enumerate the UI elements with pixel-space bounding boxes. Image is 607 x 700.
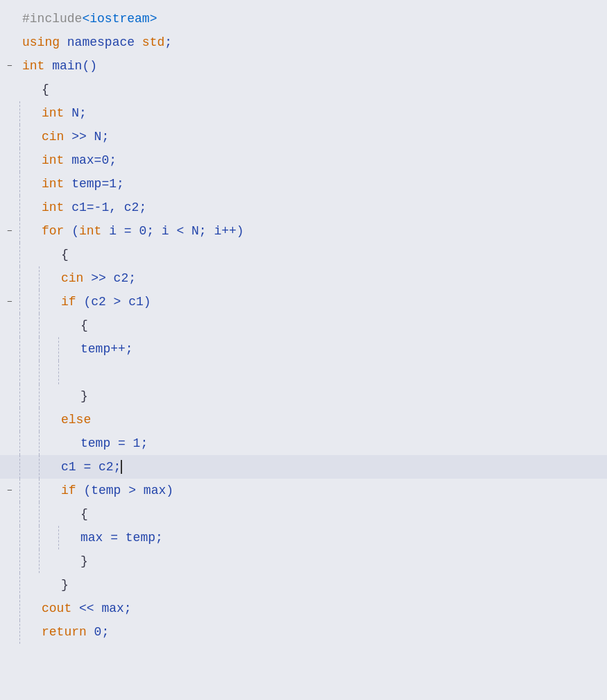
line-content-22[interactable]: { [78, 502, 607, 526]
code-line-6: cin >> N; [0, 125, 607, 148]
gutter-19 [0, 432, 19, 455]
ig [39, 314, 58, 337]
line-content-7[interactable]: int max=0; [39, 148, 607, 172]
collapse-btn-13[interactable]: − [7, 297, 12, 307]
line-content-10[interactable]: for (int i = 0; i < N; i++) [39, 219, 607, 243]
ig [19, 408, 39, 432]
token: int [42, 103, 64, 123]
token: } [61, 575, 69, 595]
token: if [61, 481, 76, 500]
indent-guides-13 [19, 290, 58, 314]
token: c1=-1, c2; [64, 198, 146, 217]
line-content-17[interactable]: } [78, 384, 607, 408]
ig [39, 502, 58, 526]
gutter-25 [0, 573, 19, 597]
code-line-7: int max=0; [0, 148, 607, 172]
ig [19, 597, 39, 620]
token: int [42, 174, 64, 194]
indent-guides-5 [19, 101, 39, 125]
indent-guides-24 [19, 549, 78, 573]
line-content-27[interactable]: return 0; [39, 620, 607, 644]
gutter-11 [0, 243, 19, 266]
token: for [42, 221, 64, 241]
code-line-17: } [0, 384, 607, 408]
ig [39, 573, 58, 597]
line-content-21[interactable]: if (temp > max) [58, 479, 607, 502]
line-content-4[interactable]: { [39, 78, 607, 101]
token: return [42, 622, 87, 642]
code-line-24: } [0, 549, 607, 573]
token: if [61, 292, 76, 311]
ig [19, 243, 39, 266]
text-cursor [121, 460, 122, 474]
gutter-2 [0, 31, 19, 54]
ig [19, 125, 39, 148]
code-line-25: } [0, 573, 607, 597]
code-line-3: − int main() [0, 54, 607, 78]
line-content-25[interactable]: } [58, 573, 607, 597]
gutter-7 [0, 148, 19, 172]
token: else [61, 410, 91, 429]
ig [58, 337, 78, 361]
line-content-11[interactable]: { [58, 243, 607, 266]
collapse-btn-21[interactable]: − [7, 486, 12, 496]
line-content-5[interactable]: int N; [39, 101, 607, 125]
ig [39, 337, 58, 361]
token: 0; [87, 622, 109, 642]
line-content-18[interactable]: else [58, 408, 607, 432]
token: } [80, 386, 88, 406]
ig [58, 432, 78, 455]
token: int [42, 151, 64, 170]
line-content-26[interactable]: cout << max; [39, 597, 607, 620]
gutter-3[interactable]: − [0, 54, 19, 78]
gutter-13[interactable]: − [0, 290, 19, 314]
ig [19, 196, 39, 219]
code-line-23: max = temp; [0, 526, 607, 549]
line-content-8[interactable]: int temp=1; [39, 172, 607, 196]
ig [19, 266, 39, 290]
token [80, 363, 88, 382]
token: using [22, 33, 60, 52]
gutter-9 [0, 196, 19, 219]
indent-guides-6 [19, 125, 39, 148]
token: <iostream> [82, 9, 157, 28]
code-line-21: − if (temp > max) [0, 479, 607, 502]
line-content-9[interactable]: int c1=-1, c2; [39, 196, 607, 219]
line-content-24[interactable]: } [78, 549, 607, 573]
line-content-14[interactable]: { [78, 314, 607, 337]
line-content-16[interactable] [78, 361, 607, 384]
ig [39, 266, 58, 290]
line-content-20[interactable]: c1 = c2; [58, 455, 607, 479]
code-line-20: c1 = c2; [0, 455, 607, 479]
collapse-btn-10[interactable]: − [7, 226, 12, 237]
line-content-13[interactable]: if (c2 > c1) [58, 290, 607, 314]
gutter-21[interactable]: − [0, 479, 19, 502]
code-line-9: int c1=-1, c2; [0, 196, 607, 219]
code-line-4: { [0, 78, 607, 101]
ig [39, 384, 58, 408]
gutter-4 [0, 78, 19, 101]
gutter-27 [0, 620, 19, 644]
line-content-3[interactable]: int main() [19, 54, 607, 78]
line-content-19[interactable]: temp = 1; [78, 432, 607, 455]
token: (c2 > c1) [76, 292, 151, 311]
indent-guides-12 [19, 266, 58, 290]
collapse-btn-3[interactable]: − [7, 61, 12, 71]
gutter-10[interactable]: − [0, 219, 19, 243]
line-content-2[interactable]: using namespace std; [19, 31, 607, 54]
line-content-15[interactable]: temp++; [78, 337, 607, 361]
line-content-6[interactable]: cin >> N; [39, 125, 607, 148]
token: temp++; [80, 339, 133, 359]
token: #include [22, 9, 82, 28]
token: main() [44, 56, 97, 76]
token: } [80, 552, 88, 571]
ig [39, 408, 58, 432]
line-content-12[interactable]: cin >> c2; [58, 266, 607, 290]
line-content-1[interactable]: #include<iostream> [19, 7, 607, 31]
line-content-23[interactable]: max = temp; [78, 526, 607, 549]
gutter-5 [0, 101, 19, 125]
indent-guides-15 [19, 337, 78, 361]
code-line-5: int N; [0, 101, 607, 125]
ig [19, 384, 39, 408]
token: temp = 1; [80, 434, 148, 453]
